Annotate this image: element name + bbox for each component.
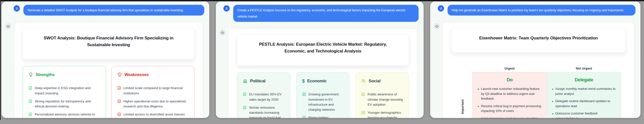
checkbox-icon xyxy=(117,86,121,90)
window-left-edge xyxy=(0,0,1,120)
quadrant-delegate: Delegate Assign monthly market trend sum… xyxy=(547,72,621,118)
response-card: SWOT Analysis: Boutique Financial Adviso… xyxy=(14,22,203,118)
quadrant-delegate-heading: Delegate xyxy=(552,77,617,83)
list-item: Limited access to diversified asset clas… xyxy=(117,112,189,118)
weaknesses-heading: Weaknesses xyxy=(117,72,189,77)
political-box: Political EU mandates 35% EV sales targe… xyxy=(237,72,290,118)
swot-columns: Strengths Deep expertise in ESG integrat… xyxy=(23,66,194,118)
matrix-column-header-urgent: Urgent xyxy=(472,67,547,70)
item-text: Deep expertise in ESG integration and im… xyxy=(35,86,100,96)
person-icon xyxy=(15,7,19,10)
shield-alert-icon xyxy=(117,72,122,77)
checkbox-icon xyxy=(361,92,365,96)
list-item: Delegate routine dashboard updates to op… xyxy=(552,99,617,109)
assistant-avatar xyxy=(434,23,440,29)
panel-pestle[interactable]: Create a PESTLE Analysis focused on the … xyxy=(216,2,424,118)
analysis-title: PESTLE Analysis: European Electric Vehic… xyxy=(249,41,397,54)
list-item: Higher operational costs due to speciali… xyxy=(117,99,189,109)
bank-icon xyxy=(243,79,248,83)
item-text: Higher operational costs due to speciali… xyxy=(124,99,189,109)
list-item: Younger demographics favoring eco-friend… xyxy=(361,110,403,118)
social-heading: Social xyxy=(361,79,403,83)
checkbox-icon xyxy=(243,92,247,96)
item-text: Younger demographics favoring eco-friend… xyxy=(368,110,403,118)
list-item: Deep expertise in ESG integration and im… xyxy=(28,86,100,96)
matrix-grid: Do Launch new customer onboarding featur… xyxy=(472,72,621,118)
checkbox-icon xyxy=(302,92,306,96)
assistant-avatar xyxy=(219,29,226,36)
response-card: PESTLE Analysis: European Electric Vehic… xyxy=(228,28,418,118)
checkbox-icon xyxy=(302,116,306,118)
economic-box: $ Economic Growing government investment… xyxy=(296,72,350,118)
assistant-response-row: PESTLE Analysis: European Electric Vehic… xyxy=(216,28,424,118)
list-item: Growing government investment in EV infr… xyxy=(302,92,344,112)
matrix-column-headers: Urgent Not Urgent xyxy=(472,67,621,70)
political-heading: Political xyxy=(243,79,285,83)
item-text: Growing government investment in EV infr… xyxy=(308,92,344,112)
quadrant-do: Do Launch new customer onboarding featur… xyxy=(472,72,547,118)
checkbox-icon xyxy=(361,111,365,114)
assistant-avatar xyxy=(5,23,11,29)
user-message-bubble: Create a PESTLE Analysis focused on the … xyxy=(233,5,419,22)
checkbox-icon xyxy=(28,99,32,103)
section-label: Weaknesses xyxy=(125,72,149,77)
robot-icon xyxy=(221,31,224,34)
list-item: Public awareness of climate change boost… xyxy=(361,92,403,107)
list-item: Host emergency product review meeting wi… xyxy=(477,116,542,118)
item-text: Limited access to diversified asset clas… xyxy=(124,112,189,118)
checkbox-icon xyxy=(117,112,121,116)
weaknesses-box: Weaknesses Limited scale compared to lar… xyxy=(111,66,195,118)
item-text: Personalized advisory services tailored … xyxy=(35,112,100,118)
assistant-response-row: SWOT Analysis: Boutique Financial Adviso… xyxy=(2,22,209,118)
assistant-response-row: Eisenhower Matrix: Team Quarterly Object… xyxy=(430,22,640,118)
analysis-title: Eisenhower Matrix: Team Quarterly Object… xyxy=(463,35,614,41)
user-avatar xyxy=(14,5,20,12)
checkbox-icon xyxy=(243,106,247,109)
panel-swot[interactable]: Generate a detailed SWOT Analysis for a … xyxy=(2,2,209,118)
item-text: Strong reputation for transparency and e… xyxy=(35,99,100,109)
user-message-row: Generate a detailed SWOT Analysis for a … xyxy=(2,2,209,16)
section-label: Political xyxy=(250,79,265,83)
item-text: Limited scale compared to large financia… xyxy=(124,86,189,96)
social-box: Social Public awareness of climate chang… xyxy=(355,72,409,118)
checkbox-icon xyxy=(117,99,121,103)
people-icon xyxy=(361,79,366,83)
dollar-icon: $ xyxy=(302,79,305,83)
quadrant-do-heading: Do xyxy=(477,77,542,83)
analysis-title-card: PESTLE Analysis: European Electric Vehic… xyxy=(237,34,409,66)
user-message-bubble: Help me generate an Eisenhower Matrix to… xyxy=(448,5,635,16)
economic-heading: $ Economic xyxy=(302,79,344,83)
list-item: Launch new customer onboarding feature b… xyxy=(477,87,542,101)
list-item: EU mandates 35% EV sales target by 2030 xyxy=(243,92,285,102)
window-top-edge xyxy=(0,0,644,1)
eisenhower-matrix: Important Urgent Not Urgent Do Launch ne… xyxy=(451,67,626,118)
matrix-column-header-not-urgent: Not Urgent xyxy=(547,67,621,70)
section-label: Economic xyxy=(307,79,327,83)
item-text: EU mandates 35% EV sales target by 2030 xyxy=(249,92,285,102)
list-item: Assign monthly market trend summaries to… xyxy=(552,87,617,96)
lightbulb-icon xyxy=(28,72,33,77)
pestle-columns: Political EU mandates 35% EV sales targe… xyxy=(237,72,409,118)
strengths-heading: Strengths xyxy=(28,72,100,77)
checkbox-icon xyxy=(28,86,32,90)
section-label: Social xyxy=(369,79,380,83)
list-item: Personalized advisory services tailored … xyxy=(28,112,100,118)
analysis-title: SWOT Analysis: Boutique Financial Adviso… xyxy=(34,35,183,48)
panel-eisenhower[interactable]: Help me generate an Eisenhower Matrix to… xyxy=(430,2,640,118)
quadrant-do-list: Launch new customer onboarding feature b… xyxy=(477,87,542,118)
section-label: Strengths xyxy=(36,72,55,77)
user-message-bubble: Generate a detailed SWOT Analysis for a … xyxy=(23,5,204,16)
strengths-box: Strengths Deep expertise in ESG integrat… xyxy=(23,66,106,118)
item-text: Stricter emissions standards increasing … xyxy=(249,105,285,118)
list-item: Resolve critical bug in payment processi… xyxy=(477,104,542,114)
list-item: Strong reputation for transparency and e… xyxy=(28,99,100,109)
checkbox-icon xyxy=(28,112,32,116)
list-item: Rising battery production xyxy=(302,115,344,118)
user-avatar xyxy=(438,5,444,12)
analysis-title-card: Eisenhower Matrix: Team Quarterly Object… xyxy=(451,28,626,53)
person-icon xyxy=(225,7,228,10)
item-text: Public awareness of climate change boost… xyxy=(368,92,403,107)
list-item: Outsource customer feedback categorizati… xyxy=(552,111,617,118)
analysis-title-card: SWOT Analysis: Boutique Financial Adviso… xyxy=(23,28,194,59)
list-item: Stricter emissions standards increasing … xyxy=(243,105,285,118)
